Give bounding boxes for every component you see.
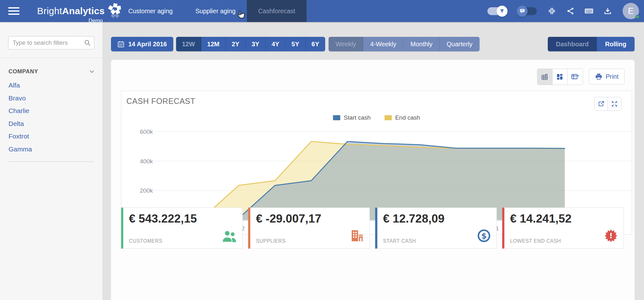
collapse-view-button[interactable] — [547, 6, 557, 16]
suppliers-label: SUPPLIERS — [256, 238, 286, 244]
date-label: 14 April 2016 — [128, 41, 167, 48]
chart-actions — [594, 97, 621, 111]
table-view-icon — [541, 73, 549, 81]
company-link-foxtrot[interactable]: Foxtrot — [8, 133, 29, 140]
list-item: Gamma — [8, 143, 94, 156]
chat-icon — [517, 6, 528, 17]
granularity-button-group: Weekly 4-Weekly Monthly Quarterly — [329, 37, 480, 51]
viewmode-button-group: Dashboard Rolling — [548, 37, 635, 51]
customers-icon — [222, 230, 237, 244]
list-item: Bravo — [8, 92, 94, 105]
svg-text:!: ! — [609, 231, 613, 240]
period-4y-button[interactable]: 4Y — [266, 37, 286, 51]
print-label: Print — [606, 73, 619, 80]
filter-search — [8, 36, 94, 49]
alert-burst-icon: ! — [604, 229, 618, 244]
brand-logo[interactable]: BrightAnalytics Demo — [37, 0, 122, 22]
summary-cards-row: € 543.222,15 CUSTOMERS € -29.007,17 SUPP… — [121, 207, 624, 249]
top-navbar: BrightAnalytics Demo — [0, 0, 644, 22]
main-content: 14 April 2016 12W 12M 2Y 3Y 4Y 5Y 6Y Wee… — [103, 22, 644, 300]
start-cash-swatch — [333, 115, 340, 120]
start-cash-value: € 12.728,09 — [383, 212, 491, 225]
company-link-delta[interactable]: Delta — [8, 120, 24, 127]
dollar-circle-icon: $ — [477, 229, 491, 244]
granularity-4weekly-button[interactable]: 4-Weekly — [363, 37, 403, 51]
granularity-monthly-button[interactable]: Monthly — [403, 37, 440, 51]
search-input[interactable] — [8, 36, 94, 49]
table-view-button[interactable] — [537, 69, 552, 85]
tab-cashforecast[interactable]: Cashforecast — [247, 0, 307, 22]
viewmode-rolling-button[interactable]: Rolling — [597, 37, 635, 51]
user-avatar[interactable]: E — [623, 3, 639, 19]
filter-toggle[interactable] — [487, 7, 506, 15]
date-picker-button[interactable]: 14 April 2016 — [111, 37, 173, 51]
company-link-alfa[interactable]: Alfa — [8, 82, 20, 89]
granularity-weekly-button[interactable]: Weekly — [329, 37, 363, 51]
nav-tabs: Customer aging Supplier aging Cashforeca… — [117, 0, 307, 22]
customers-label: CUSTOMERS — [129, 238, 162, 244]
customers-summary-card: € 543.222,15 CUSTOMERS — [121, 207, 243, 249]
svg-text:$: $ — [481, 231, 486, 241]
list-item: Charlie — [8, 105, 94, 118]
app-root: BrightAnalytics Demo — [0, 0, 644, 300]
chevron-down-icon — [90, 70, 94, 73]
share-button[interactable] — [565, 6, 576, 16]
calendar-icon — [117, 41, 125, 48]
download-icon — [603, 7, 612, 15]
avatar-initial: E — [628, 6, 634, 16]
end-cash-swatch — [385, 115, 392, 120]
legend-item-end-cash[interactable]: End cash — [385, 114, 420, 121]
company-link-bravo[interactable]: Bravo — [8, 94, 26, 102]
suppliers-value: € -29.007,17 — [256, 212, 364, 225]
start-cash-summary-card: € 12.728,09 START CASH $ — [375, 207, 497, 249]
list-item: Alfa — [8, 79, 94, 92]
fullscreen-chart-button[interactable] — [608, 97, 621, 110]
export-chart-button[interactable] — [595, 97, 608, 110]
pivot-view-button[interactable] — [568, 69, 583, 85]
granularity-quarterly-button[interactable]: Quarterly — [440, 37, 479, 51]
layout-toggle-group — [537, 69, 583, 85]
company-section-header[interactable]: COMPANY — [8, 68, 94, 75]
period-3y-button[interactable]: 3Y — [246, 37, 265, 51]
suppliers-summary-card: € -29.007,17 SUPPLIERS — [248, 207, 370, 249]
brand-name: BrightAnalytics — [37, 6, 105, 16]
online-status-dot — [636, 15, 640, 19]
company-list: Alfa Bravo Charlie Delta Foxtrot Gamma — [8, 79, 94, 156]
lowest-end-cash-value: € 14.241,52 — [510, 212, 618, 225]
period-button-group: 12W 12M 2Y 3Y 4Y 5Y 6Y — [176, 37, 325, 51]
toolbar: 14 April 2016 12W 12M 2Y 3Y 4Y 5Y 6Y Wee… — [111, 37, 635, 51]
company-link-gamma[interactable]: Gamma — [8, 145, 32, 153]
keyboard-shortcuts-button[interactable] — [584, 6, 594, 16]
svg-text:400k: 400k — [140, 158, 153, 165]
tab-customer-aging[interactable]: Customer aging — [117, 0, 184, 22]
keyboard-icon — [584, 6, 594, 16]
chart-legend: Start cash End cash — [121, 114, 632, 121]
company-link-charlie[interactable]: Charlie — [8, 107, 30, 114]
chart-title: CASH FORECAST — [126, 97, 195, 106]
menu-button[interactable] — [8, 6, 21, 16]
dashboard-view-icon — [556, 73, 564, 81]
pivot-table-icon — [571, 73, 580, 81]
print-button[interactable]: Print — [589, 69, 625, 84]
dashboard-view-button[interactable] — [552, 69, 568, 85]
period-5y-button[interactable]: 5Y — [286, 37, 305, 51]
chat-toggle[interactable] — [519, 7, 537, 15]
period-2y-button[interactable]: 2Y — [226, 37, 246, 51]
tab-supplier-aging[interactable]: Supplier aging — [184, 0, 247, 22]
list-item: Foxtrot — [8, 130, 94, 143]
building-icon — [350, 229, 364, 244]
period-12w-button[interactable]: 12W — [176, 37, 201, 51]
viewmode-dashboard-button[interactable]: Dashboard — [548, 37, 597, 51]
expand-icon — [611, 100, 618, 107]
period-12m-button[interactable]: 12M — [201, 37, 226, 51]
legend-item-start-cash[interactable]: Start cash — [333, 114, 371, 121]
navbar-actions: E — [487, 0, 639, 22]
search-icon — [84, 39, 91, 48]
period-6y-button[interactable]: 6Y — [306, 37, 325, 51]
sidebar-divider — [8, 161, 94, 162]
download-button[interactable] — [602, 6, 613, 16]
share-icon — [566, 7, 575, 15]
start-cash-label: START CASH — [383, 238, 416, 244]
list-item: Delta — [8, 118, 94, 131]
svg-text:200k: 200k — [140, 187, 153, 194]
